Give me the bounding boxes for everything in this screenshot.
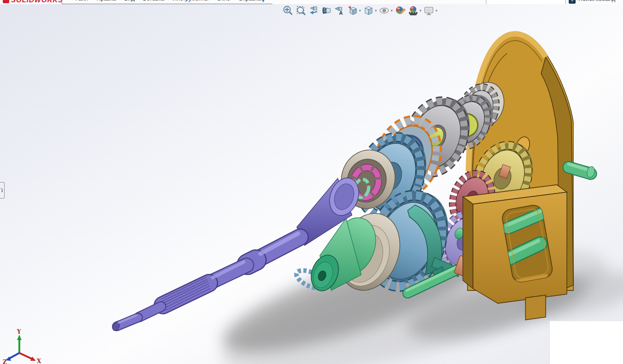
display-style-icon: [363, 5, 374, 16]
menu-pin-icon[interactable]: ▼: [260, 0, 266, 4]
reference-triad: Y X Z: [3, 329, 53, 364]
dynamic-annotation-views-button[interactable]: A: [334, 5, 346, 17]
zoom-to-fit-icon: [283, 5, 294, 16]
panel-expand-tab[interactable]: [0, 182, 5, 199]
y-axis-label: Y: [17, 329, 21, 335]
view-settings-button[interactable]: [423, 5, 435, 17]
view-settings-dropdown[interactable]: ▾: [435, 8, 438, 13]
spline-section: [161, 277, 211, 310]
menu-insert[interactable]: Вставка: [139, 0, 168, 2]
previous-view-button[interactable]: [308, 5, 320, 17]
view-orientation-dropdown[interactable]: ▾: [359, 8, 361, 13]
dynamic-annotation-views-icon: A: [334, 5, 345, 16]
view-settings-icon: [423, 5, 434, 16]
previous-view-icon: [308, 5, 319, 16]
expand-arrow-icon: [0, 188, 4, 193]
section-view-icon: [321, 5, 332, 16]
edit-appearance-button[interactable]: [394, 5, 406, 17]
section-view-button[interactable]: [321, 5, 333, 17]
corner-panel: [549, 321, 623, 364]
hide-show-items-button[interactable]: [378, 5, 390, 17]
hide-show-items-dropdown[interactable]: ▾: [391, 8, 393, 13]
view-orientation-button[interactable]: [346, 5, 358, 17]
edit-appearance-icon: [395, 5, 406, 16]
zoom-to-fit-button[interactable]: [282, 5, 294, 17]
menu-edit[interactable]: Правка: [92, 0, 120, 2]
x-axis-label: X: [37, 358, 41, 364]
zoom-to-area-icon: [295, 5, 306, 16]
svg-text:A: A: [339, 10, 343, 16]
apply-scene-dropdown[interactable]: ▾: [420, 8, 422, 13]
menu-underline: [62, 4, 272, 4]
apply-scene-button[interactable]: [407, 5, 419, 17]
display-style-dropdown[interactable]: ▾: [375, 8, 377, 13]
heads-up-toolbar: A ▾ ▾ ▾: [282, 4, 438, 17]
view-orientation-icon: [347, 5, 358, 16]
solidworks-logo-icon: [3, 0, 9, 3]
zoom-to-area-button[interactable]: [295, 5, 307, 17]
menu-file[interactable]: Файл: [70, 0, 92, 2]
app-logo: SOLIDWORKS: [11, 0, 63, 4]
search-label[interactable]: Поиск команд: [578, 0, 615, 2]
menu-view[interactable]: Вид: [120, 0, 139, 2]
menu-window[interactable]: Окно: [213, 0, 234, 2]
z-axis-label: Z: [3, 359, 7, 364]
graphics-area[interactable]: [0, 0, 623, 364]
y-axis-arrow: [17, 335, 22, 340]
solidworks-search-icon[interactable]: »: [569, 0, 576, 4]
apply-scene-icon: [408, 5, 419, 16]
menu-tools[interactable]: Инструменты: [168, 0, 213, 2]
search-input[interactable]: [486, 0, 566, 4]
hide-show-items-icon: [379, 5, 390, 16]
display-style-button[interactable]: [363, 5, 375, 17]
